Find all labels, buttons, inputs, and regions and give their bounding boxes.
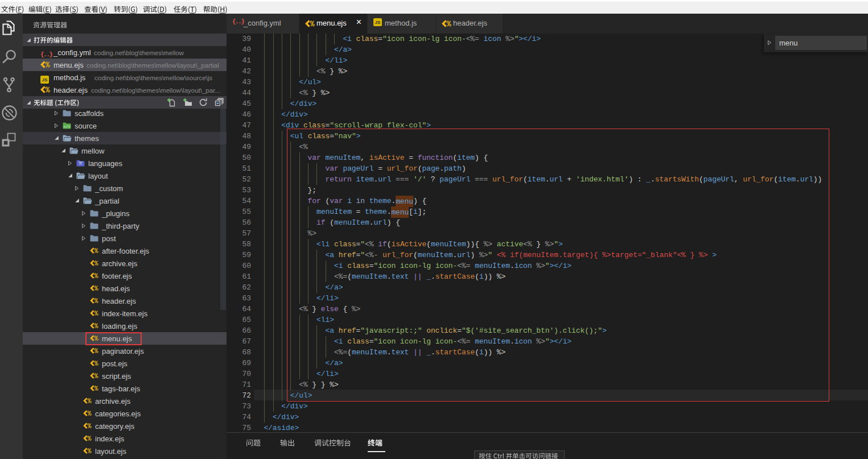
svg-text:</>: </> [63,125,71,129]
